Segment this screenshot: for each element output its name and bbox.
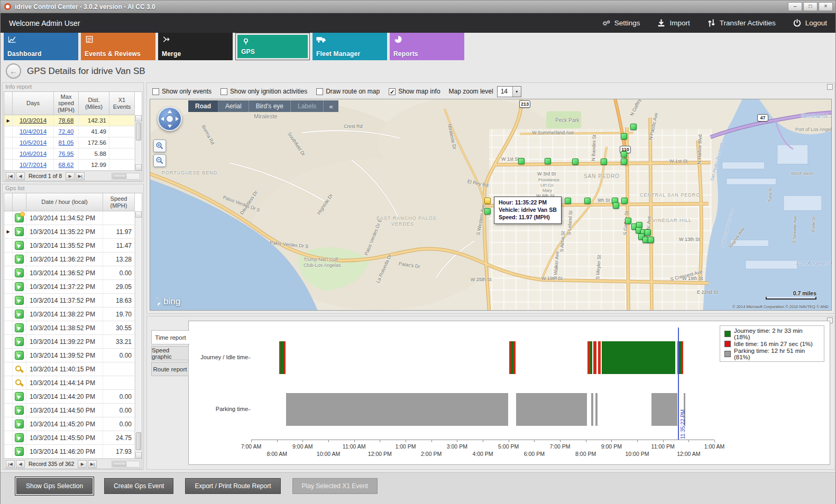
module-tab-merge[interactable]: Merge bbox=[158, 33, 233, 60]
pan-west-icon[interactable] bbox=[161, 117, 164, 121]
minimize-button[interactable]: – bbox=[788, 2, 802, 11]
module-tab-events[interactable]: Events & Reviews bbox=[81, 33, 155, 60]
gps-list-row[interactable]: 10/3/2014 11:46:20 PM17.93 bbox=[4, 445, 135, 459]
gps-marker[interactable] bbox=[621, 133, 627, 139]
checkbox-show-only-ignition-activities[interactable]: Show only ignition activities bbox=[221, 88, 307, 95]
info-report-row[interactable]: 10/6/201476.955.88 bbox=[4, 148, 135, 160]
gps-list-row[interactable]: 10/3/2014 11:39:22 PM33.21 bbox=[4, 335, 135, 349]
back-button[interactable]: ← bbox=[6, 63, 21, 79]
module-tab-gps[interactable]: GPS bbox=[235, 33, 310, 60]
scrollbar-thumb[interactable] bbox=[136, 432, 141, 450]
maximize-button[interactable]: □ bbox=[803, 2, 817, 11]
selected-gps-marker[interactable] bbox=[484, 198, 491, 204]
checkbox-show-map-info[interactable]: ✓Show map info bbox=[389, 88, 440, 95]
day-link[interactable]: 10/3/2014 bbox=[20, 117, 47, 124]
info-report-row[interactable]: 10/4/201472.4041.49 bbox=[4, 126, 135, 137]
checkbox-box[interactable] bbox=[152, 88, 159, 95]
transfer-button[interactable]: Transfer Activities bbox=[707, 18, 776, 27]
gps-list-row[interactable]: 10/3/2014 11:38:52 PM30.55 bbox=[4, 321, 135, 335]
gps-marker[interactable] bbox=[621, 198, 628, 204]
day-link[interactable]: 10/7/2014 bbox=[20, 162, 47, 168]
gps-list-row[interactable]: 10/3/2014 11:44:20 PM0.00 bbox=[4, 390, 135, 404]
column-header-dist-miles[interactable]: Dist. (Miles) bbox=[79, 92, 109, 115]
info-report-row[interactable]: ▶10/3/201478.68142.31 bbox=[4, 115, 135, 126]
settings-button[interactable]: Settings bbox=[602, 18, 640, 27]
bing-logo[interactable]: bing bbox=[155, 296, 180, 307]
gps-marker[interactable] bbox=[630, 124, 637, 130]
gps-marker[interactable] bbox=[648, 237, 654, 243]
pan-south-icon[interactable] bbox=[168, 125, 172, 128]
show-gps-selection-button[interactable]: Show Gps Selection bbox=[16, 478, 93, 494]
gps-marker[interactable] bbox=[545, 158, 551, 164]
map-tabs-collapse-button[interactable]: « bbox=[324, 100, 338, 112]
gps-list-row[interactable]: 10/3/2014 11:37:52 PM18.63 bbox=[4, 294, 135, 307]
checkbox-draw-route-on-map[interactable]: Draw route on map bbox=[316, 88, 380, 95]
h-scroll-track[interactable] bbox=[112, 173, 140, 180]
gps-list-prev-record-button[interactable]: ◀ bbox=[16, 460, 25, 468]
h-scroll-track[interactable] bbox=[112, 461, 140, 468]
info-report-scrollbar[interactable] bbox=[135, 115, 142, 171]
info-report-prev-record-button[interactable]: ◀ bbox=[16, 172, 25, 180]
scroll-up-icon[interactable] bbox=[135, 211, 142, 218]
export-print-route-report-button[interactable]: Export / Print Route Report bbox=[185, 478, 280, 494]
h-scroll-thumb[interactable] bbox=[113, 174, 126, 179]
checkbox-box[interactable] bbox=[316, 88, 323, 95]
column-header-speed-mph[interactable]: Speed (MPH) bbox=[103, 193, 135, 211]
checkbox-box[interactable] bbox=[221, 88, 227, 95]
gps-marker[interactable] bbox=[584, 198, 591, 204]
scroll-up-icon[interactable] bbox=[135, 115, 142, 122]
chart-tab-speed-graphic[interactable]: Speed graphic bbox=[151, 346, 189, 360]
checkbox-box[interactable]: ✓ bbox=[389, 88, 396, 95]
module-tab-reports[interactable]: Reports bbox=[390, 33, 464, 60]
gps-marker[interactable] bbox=[565, 198, 571, 204]
gps-list-row[interactable]: 10/3/2014 11:35:52 PM11.47 bbox=[4, 239, 135, 253]
gps-list-row[interactable]: 10/3/2014 11:45:20 PM0.00 bbox=[4, 417, 135, 431]
gps-marker[interactable] bbox=[625, 218, 631, 224]
max-speed-link[interactable]: 76.95 bbox=[59, 151, 74, 157]
gps-list-row[interactable]: 10/3/2014 11:36:52 PM0.00 bbox=[4, 266, 135, 280]
day-link[interactable]: 10/5/2014 bbox=[20, 139, 47, 146]
gps-marker[interactable] bbox=[621, 151, 627, 157]
map-compass-control[interactable] bbox=[158, 107, 182, 131]
map-view-tab-aerial[interactable]: Aerial bbox=[218, 100, 249, 112]
info-report-last-record-button[interactable]: ▶| bbox=[76, 172, 85, 180]
gps-list-row[interactable]: 10/3/2014 11:36:22 PM13.28 bbox=[4, 253, 135, 266]
map-canvas[interactable]: MiralestePeck ParkW Summerland AveCrest … bbox=[150, 99, 832, 311]
gps-list-next-record-button[interactable]: ▶ bbox=[78, 460, 87, 468]
gps-marker[interactable] bbox=[572, 158, 578, 165]
gps-list-scrollbar[interactable] bbox=[135, 211, 142, 459]
scroll-down-icon[interactable] bbox=[135, 164, 142, 171]
info-report-row[interactable]: 10/5/201481.05172.56 bbox=[4, 137, 135, 148]
gps-list-row[interactable]: 10/3/2014 11:40:15 PM bbox=[4, 362, 135, 376]
gps-marker[interactable] bbox=[601, 158, 607, 165]
gps-marker[interactable] bbox=[484, 208, 491, 214]
max-speed-link[interactable]: 81.05 bbox=[59, 139, 74, 146]
day-link[interactable]: 10/6/2014 bbox=[20, 151, 47, 157]
scroll-down-icon[interactable] bbox=[135, 452, 142, 459]
chart-tab-route-report[interactable]: Route report bbox=[151, 362, 189, 376]
logout-button[interactable]: Logout bbox=[793, 18, 827, 27]
pan-east-icon[interactable] bbox=[176, 117, 179, 121]
gps-marker[interactable] bbox=[613, 202, 619, 209]
info-report-row[interactable]: 10/7/201468.6212.99 bbox=[4, 160, 135, 171]
gps-list-row[interactable]: ▶10/3/2014 11:35:22 PM11.97 bbox=[4, 225, 135, 239]
h-scroll-thumb[interactable] bbox=[113, 462, 126, 466]
gps-list-row[interactable]: 10/3/2014 11:44:50 PM0.00 bbox=[4, 404, 135, 417]
import-button[interactable]: Import bbox=[657, 18, 690, 27]
gps-list-first-record-button[interactable]: |◀ bbox=[6, 460, 15, 468]
time-cursor-line[interactable] bbox=[678, 328, 679, 440]
max-speed-link[interactable]: 72.40 bbox=[59, 128, 74, 135]
info-report-first-record-button[interactable]: |◀ bbox=[6, 172, 15, 180]
module-tab-dashboard[interactable]: Dashboard bbox=[4, 33, 78, 60]
gps-list-row[interactable]: 10/3/2014 11:45:50 PM24.75 bbox=[4, 431, 135, 445]
close-button[interactable]: × bbox=[819, 2, 833, 11]
combo-arrow-icon[interactable]: ▼ bbox=[512, 87, 521, 97]
gps-list-row[interactable]: 10/3/2014 11:38:22 PM19.70 bbox=[4, 307, 135, 321]
map-zoom-level-select[interactable]: 14 ▼ bbox=[497, 86, 521, 97]
info-report-next-record-button[interactable]: ▶ bbox=[66, 172, 75, 180]
gps-list-row[interactable]: 10/3/2014 11:37:22 PM29.05 bbox=[4, 280, 135, 294]
column-header-days[interactable]: Days bbox=[13, 92, 54, 115]
gps-list-last-record-button[interactable]: ▶| bbox=[88, 460, 97, 468]
map-zoom-in-button[interactable] bbox=[153, 139, 166, 152]
checkbox-show-only-events[interactable]: Show only events bbox=[152, 88, 212, 95]
